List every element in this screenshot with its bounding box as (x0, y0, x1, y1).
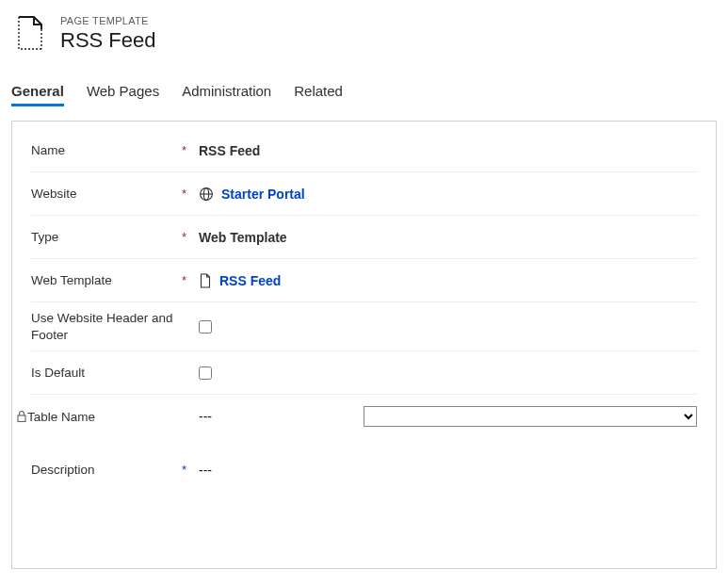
row-table-name: Table Name --- (31, 395, 697, 438)
recommended-marker: * (182, 463, 199, 477)
page-subtitle: PAGE TEMPLATE (60, 15, 156, 26)
label-description: Description (31, 463, 182, 477)
row-is-default: Is Default (31, 351, 697, 395)
lock-icon (16, 410, 27, 423)
page-title: RSS Feed (60, 28, 156, 53)
required-marker: * (182, 230, 199, 244)
row-type: Type * Web Template (31, 216, 697, 259)
form-panel: Name * RSS Feed Website * Starter Portal… (11, 121, 717, 569)
label-is-default: Is Default (31, 366, 182, 380)
value-description[interactable]: --- (199, 463, 212, 478)
required-marker: * (182, 143, 199, 157)
row-website: Website * Starter Portal (31, 172, 697, 216)
label-type: Type (31, 230, 182, 244)
tab-general[interactable]: General (11, 79, 64, 105)
page-template-icon (13, 15, 47, 53)
tab-bar: General Web Pages Administration Related (11, 79, 717, 106)
value-name[interactable]: RSS Feed (199, 143, 260, 158)
required-marker: * (182, 273, 199, 287)
document-icon (199, 273, 212, 288)
page-header: PAGE TEMPLATE RSS Feed (11, 15, 717, 53)
label-table-name: Table Name (31, 410, 182, 424)
row-web-template: Web Template * RSS Feed (31, 259, 697, 302)
label-website: Website (31, 187, 182, 201)
value-web-template[interactable]: RSS Feed (219, 273, 281, 288)
select-table-name[interactable] (364, 406, 697, 427)
row-use-header-footer: Use Website Header and Footer (31, 302, 697, 351)
value-website[interactable]: Starter Portal (221, 187, 305, 202)
tab-administration[interactable]: Administration (182, 79, 271, 105)
value-type[interactable]: Web Template (199, 230, 287, 245)
required-marker: * (182, 187, 199, 201)
value-table-name: --- (199, 409, 212, 424)
tab-related[interactable]: Related (294, 79, 343, 105)
label-use-header-footer: Use Website Header and Footer (31, 310, 182, 343)
tab-web-pages[interactable]: Web Pages (87, 79, 159, 105)
svg-rect-3 (18, 415, 25, 422)
row-description: Description * --- (31, 455, 697, 530)
row-name: Name * RSS Feed (31, 129, 697, 172)
globe-icon (199, 187, 214, 202)
label-name: Name (31, 143, 182, 157)
checkbox-use-header-footer[interactable] (199, 320, 212, 334)
label-web-template: Web Template (31, 273, 182, 287)
checkbox-is-default[interactable] (199, 366, 212, 380)
